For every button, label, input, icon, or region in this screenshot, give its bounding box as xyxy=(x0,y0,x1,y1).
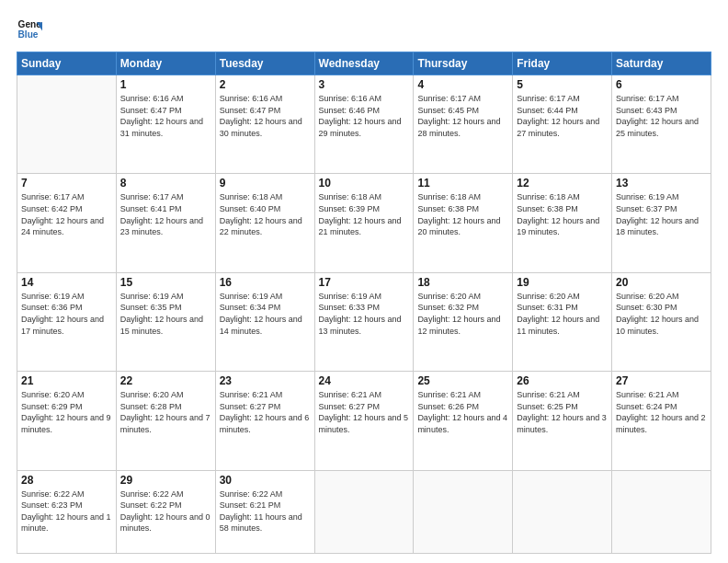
cell-info: Sunrise: 6:16 AMSunset: 6:47 PMDaylight:… xyxy=(120,93,211,139)
calendar-cell: 9Sunrise: 6:18 AMSunset: 6:40 PMDaylight… xyxy=(215,174,314,272)
calendar-cell: 13Sunrise: 6:19 AMSunset: 6:37 PMDayligh… xyxy=(612,174,711,272)
calendar-cell: 2Sunrise: 6:16 AMSunset: 6:47 PMDaylight… xyxy=(215,75,314,174)
day-number: 28 xyxy=(21,474,112,487)
calendar-cell: 10Sunrise: 6:18 AMSunset: 6:39 PMDayligh… xyxy=(314,174,414,272)
calendar-cell: 5Sunrise: 6:17 AMSunset: 6:44 PMDaylight… xyxy=(513,75,612,174)
cell-info: Sunrise: 6:18 AMSunset: 6:39 PMDaylight:… xyxy=(319,191,410,237)
calendar-cell: 4Sunrise: 6:17 AMSunset: 6:45 PMDaylight… xyxy=(414,75,513,174)
day-number: 13 xyxy=(616,177,707,190)
day-header-monday: Monday xyxy=(116,52,215,75)
day-header-saturday: Saturday xyxy=(612,52,711,75)
day-number: 10 xyxy=(319,177,410,190)
day-number: 30 xyxy=(220,474,311,487)
cell-info: Sunrise: 6:19 AMSunset: 6:34 PMDaylight:… xyxy=(220,291,311,337)
cell-info: Sunrise: 6:21 AMSunset: 6:26 PMDaylight:… xyxy=(417,389,508,435)
day-number: 4 xyxy=(417,78,508,91)
calendar-cell: 20Sunrise: 6:20 AMSunset: 6:30 PMDayligh… xyxy=(612,272,711,371)
cell-info: Sunrise: 6:22 AMSunset: 6:22 PMDaylight:… xyxy=(120,488,211,534)
day-number: 7 xyxy=(21,177,112,190)
calendar-cell: 11Sunrise: 6:18 AMSunset: 6:38 PMDayligh… xyxy=(414,174,513,272)
calendar: SundayMondayTuesdayWednesdayThursdayFrid… xyxy=(17,52,711,554)
day-number: 22 xyxy=(120,374,211,387)
cell-info: Sunrise: 6:20 AMSunset: 6:30 PMDaylight:… xyxy=(616,291,707,337)
calendar-cell: 27Sunrise: 6:21 AMSunset: 6:24 PMDayligh… xyxy=(612,372,711,470)
day-number: 16 xyxy=(220,276,311,289)
calendar-cell: 18Sunrise: 6:20 AMSunset: 6:32 PMDayligh… xyxy=(414,272,513,371)
day-number: 24 xyxy=(319,374,410,387)
calendar-cell: 17Sunrise: 6:19 AMSunset: 6:33 PMDayligh… xyxy=(314,272,414,371)
cell-info: Sunrise: 6:20 AMSunset: 6:28 PMDaylight:… xyxy=(120,389,211,435)
day-number: 25 xyxy=(417,374,508,387)
calendar-cell: 21Sunrise: 6:20 AMSunset: 6:29 PMDayligh… xyxy=(17,372,117,470)
cell-info: Sunrise: 6:21 AMSunset: 6:24 PMDaylight:… xyxy=(616,389,707,435)
day-number: 27 xyxy=(616,374,707,387)
day-number: 6 xyxy=(616,78,707,91)
day-number: 14 xyxy=(21,276,112,289)
cell-info: Sunrise: 6:17 AMSunset: 6:43 PMDaylight:… xyxy=(616,93,707,139)
calendar-cell: 6Sunrise: 6:17 AMSunset: 6:43 PMDaylight… xyxy=(612,75,711,174)
day-header-sunday: Sunday xyxy=(17,52,117,75)
cell-info: Sunrise: 6:20 AMSunset: 6:32 PMDaylight:… xyxy=(417,291,508,337)
cell-info: Sunrise: 6:18 AMSunset: 6:40 PMDaylight:… xyxy=(220,191,311,237)
calendar-cell: 7Sunrise: 6:17 AMSunset: 6:42 PMDaylight… xyxy=(17,174,117,272)
calendar-cell: 29Sunrise: 6:22 AMSunset: 6:22 PMDayligh… xyxy=(116,470,215,553)
cell-info: Sunrise: 6:21 AMSunset: 6:25 PMDaylight:… xyxy=(517,389,608,435)
cell-info: Sunrise: 6:18 AMSunset: 6:38 PMDaylight:… xyxy=(417,191,508,237)
day-header-tuesday: Tuesday xyxy=(215,52,314,75)
day-number: 9 xyxy=(220,177,311,190)
day-number: 17 xyxy=(319,276,410,289)
cell-info: Sunrise: 6:16 AMSunset: 6:47 PMDaylight:… xyxy=(220,93,311,139)
calendar-cell: 3Sunrise: 6:16 AMSunset: 6:46 PMDaylight… xyxy=(314,75,414,174)
calendar-cell: 28Sunrise: 6:22 AMSunset: 6:23 PMDayligh… xyxy=(17,470,117,553)
logo: General Blue xyxy=(17,17,46,42)
calendar-header: SundayMondayTuesdayWednesdayThursdayFrid… xyxy=(17,52,711,75)
cell-info: Sunrise: 6:16 AMSunset: 6:46 PMDaylight:… xyxy=(319,93,410,139)
calendar-cell: 15Sunrise: 6:19 AMSunset: 6:35 PMDayligh… xyxy=(116,272,215,371)
day-number: 5 xyxy=(517,78,608,91)
cell-info: Sunrise: 6:20 AMSunset: 6:31 PMDaylight:… xyxy=(517,291,608,337)
calendar-cell xyxy=(414,470,513,553)
cell-info: Sunrise: 6:18 AMSunset: 6:38 PMDaylight:… xyxy=(517,191,608,237)
calendar-cell: 25Sunrise: 6:21 AMSunset: 6:26 PMDayligh… xyxy=(414,372,513,470)
calendar-cell: 19Sunrise: 6:20 AMSunset: 6:31 PMDayligh… xyxy=(513,272,612,371)
day-number: 3 xyxy=(319,78,410,91)
day-number: 21 xyxy=(21,374,112,387)
svg-text:Blue: Blue xyxy=(18,29,39,40)
day-header-thursday: Thursday xyxy=(414,52,513,75)
cell-info: Sunrise: 6:19 AMSunset: 6:36 PMDaylight:… xyxy=(21,291,112,337)
day-number: 12 xyxy=(517,177,608,190)
cell-info: Sunrise: 6:22 AMSunset: 6:21 PMDaylight:… xyxy=(220,488,311,534)
cell-info: Sunrise: 6:22 AMSunset: 6:23 PMDaylight:… xyxy=(21,488,112,534)
day-number: 20 xyxy=(616,276,707,289)
calendar-cell: 30Sunrise: 6:22 AMSunset: 6:21 PMDayligh… xyxy=(215,470,314,553)
day-number: 1 xyxy=(120,78,211,91)
day-number: 15 xyxy=(120,276,211,289)
calendar-cell: 23Sunrise: 6:21 AMSunset: 6:27 PMDayligh… xyxy=(215,372,314,470)
cell-info: Sunrise: 6:21 AMSunset: 6:27 PMDaylight:… xyxy=(319,389,410,435)
calendar-cell xyxy=(17,75,117,174)
cell-info: Sunrise: 6:19 AMSunset: 6:37 PMDaylight:… xyxy=(616,191,707,237)
day-header-wednesday: Wednesday xyxy=(314,52,414,75)
cell-info: Sunrise: 6:17 AMSunset: 6:44 PMDaylight:… xyxy=(517,93,608,139)
calendar-cell: 24Sunrise: 6:21 AMSunset: 6:27 PMDayligh… xyxy=(314,372,414,470)
cell-info: Sunrise: 6:17 AMSunset: 6:42 PMDaylight:… xyxy=(21,191,112,237)
day-number: 26 xyxy=(517,374,608,387)
calendar-cell: 22Sunrise: 6:20 AMSunset: 6:28 PMDayligh… xyxy=(116,372,215,470)
calendar-cell: 1Sunrise: 6:16 AMSunset: 6:47 PMDaylight… xyxy=(116,75,215,174)
day-number: 8 xyxy=(120,177,211,190)
day-number: 29 xyxy=(120,474,211,487)
cell-info: Sunrise: 6:19 AMSunset: 6:35 PMDaylight:… xyxy=(120,291,211,337)
cell-info: Sunrise: 6:17 AMSunset: 6:45 PMDaylight:… xyxy=(417,93,508,139)
cell-info: Sunrise: 6:20 AMSunset: 6:29 PMDaylight:… xyxy=(21,389,112,435)
calendar-cell: 8Sunrise: 6:17 AMSunset: 6:41 PMDaylight… xyxy=(116,174,215,272)
day-number: 2 xyxy=(220,78,311,91)
day-number: 18 xyxy=(417,276,508,289)
calendar-cell xyxy=(513,470,612,553)
day-header-friday: Friday xyxy=(513,52,612,75)
cell-info: Sunrise: 6:17 AMSunset: 6:41 PMDaylight:… xyxy=(120,191,211,237)
calendar-cell: 14Sunrise: 6:19 AMSunset: 6:36 PMDayligh… xyxy=(17,272,117,371)
calendar-cell: 12Sunrise: 6:18 AMSunset: 6:38 PMDayligh… xyxy=(513,174,612,272)
calendar-cell: 26Sunrise: 6:21 AMSunset: 6:25 PMDayligh… xyxy=(513,372,612,470)
cell-info: Sunrise: 6:19 AMSunset: 6:33 PMDaylight:… xyxy=(319,291,410,337)
calendar-cell: 16Sunrise: 6:19 AMSunset: 6:34 PMDayligh… xyxy=(215,272,314,371)
